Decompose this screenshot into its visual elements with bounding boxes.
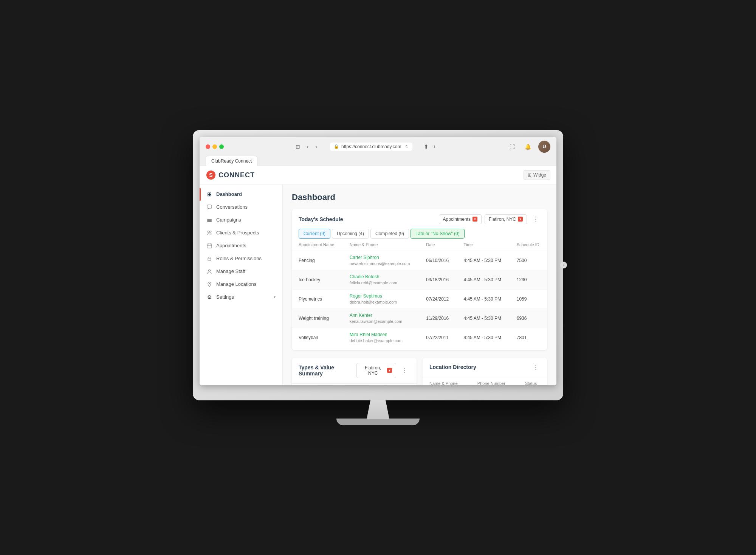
sidebar-item-roles[interactable]: Roles & Permissions [200, 252, 282, 265]
cell-schedule-id: 7801 [510, 328, 547, 347]
tab-current[interactable]: Current (9) [299, 229, 330, 239]
sidebar-item-conversations[interactable]: Conversations [200, 201, 282, 214]
active-tab[interactable]: ClubReady Connect [206, 156, 257, 166]
client-name-link[interactable]: Roger Septimus [350, 293, 413, 299]
location-directory-more-button[interactable]: ⋮ [530, 363, 541, 372]
header-right: ⊞ Widge [524, 170, 550, 180]
types-summary-card: Types & Value Summary Flatiron, NYC ▾ ⋮ [292, 358, 417, 385]
dashboard-icon: ⊞ [206, 191, 212, 197]
svg-rect-11 [208, 258, 211, 260]
new-tab-icon[interactable]: + [433, 143, 437, 150]
bottom-cards: Types & Value Summary Flatiron, NYC ▾ ⋮ [292, 358, 547, 385]
location-dropdown[interactable]: Flatiron, NYC ▾ [485, 214, 527, 224]
types-summary-title: Types & Value Summary [299, 364, 356, 377]
dir-col-phone: Phone Number [471, 377, 518, 385]
table-row: Volleyball Mira Rhiel Madsen debbie.bake… [292, 328, 547, 347]
settings-icon: ⚙ [206, 294, 212, 300]
cell-appointment: Ice hockey [292, 270, 343, 289]
sidebar-label-locations: Manage Locations [216, 281, 256, 287]
widget-icon: ⊞ [528, 172, 531, 178]
sidebar-item-appointments[interactable]: Appointments [200, 239, 282, 252]
browser-chrome: ⊡ ‹ › 🔒 https://connect.clubready.com ↻ … [200, 137, 556, 166]
sidebar-label-staff: Manage Staff [216, 268, 245, 274]
dir-col-status: Status [518, 377, 547, 385]
lock-icon: 🔒 [334, 144, 339, 149]
app-main: ⊞ Dashboard Conversations [200, 185, 556, 385]
schedule-card-header: Today's Schedule Appointments ▾ Flatiron… [292, 209, 547, 224]
sidebar-item-settings[interactable]: ⚙ Settings ▾ [200, 291, 282, 304]
table-header-row: Appointment Name Name & Phone Date Time … [292, 239, 547, 251]
client-email: debra.holt@example.com [350, 300, 397, 304]
main-content: Dashboard Today's Schedule Appointments … [283, 185, 556, 385]
staff-icon [206, 268, 212, 274]
svg-rect-5 [207, 221, 212, 222]
page-title: Dashboard [292, 192, 547, 202]
sidebar-item-locations[interactable]: Manage Locations [200, 278, 282, 291]
sidebar-item-dashboard[interactable]: ⊞ Dashboard [200, 188, 282, 201]
svg-rect-3 [207, 219, 212, 220]
chart-area: 12% Zone 1 [292, 384, 417, 385]
share-icon[interactable]: ⬆ [424, 143, 429, 150]
tab-late[interactable]: Late or "No-Show" (0) [411, 229, 465, 239]
svg-point-12 [209, 270, 211, 271]
tab-upcoming[interactable]: Upcoming (4) [332, 229, 369, 239]
maximize-button[interactable] [219, 144, 224, 149]
col-schedule-id: Schedule ID [510, 239, 547, 251]
types-location-dropdown[interactable]: Flatiron, NYC ▾ [356, 363, 396, 378]
types-summary-header: Types & Value Summary Flatiron, NYC ▾ ⋮ [292, 358, 417, 384]
fullscreen-icon[interactable]: ⛶ [507, 141, 518, 152]
cell-time: 4:45 AM - 5:30 PM [457, 251, 510, 270]
browser-back-btn[interactable]: ‹ [305, 143, 310, 150]
browser-controls: ⊡ ‹ › 🔒 https://connect.clubready.com ↻ … [294, 143, 437, 151]
appointments-dropdown-label: Appointments [443, 217, 471, 222]
monitor-shell: ⊡ ‹ › 🔒 https://connect.clubready.com ↻ … [193, 130, 563, 425]
sidebar-label-settings: Settings [216, 294, 234, 300]
roles-icon [206, 256, 212, 262]
appointments-icon [206, 243, 212, 249]
minimize-button[interactable] [212, 144, 217, 149]
sidebar-label-campaigns: Campaigns [216, 217, 241, 223]
sidebar-item-staff[interactable]: Manage Staff [200, 265, 282, 278]
client-email: debbie.baker@example.com [350, 338, 403, 343]
schedule-table-wrapper: Appointment Name Name & Phone Date Time … [292, 239, 547, 350]
svg-point-7 [210, 231, 211, 233]
client-name-link[interactable]: Ann Kenter [350, 313, 413, 318]
app-header: S CONNECT ⊞ Widge [200, 166, 556, 185]
browser-forward-btn[interactable]: › [314, 143, 319, 150]
cell-time: 4:45 AM - 5:30 PM [457, 289, 510, 309]
sidebar-item-campaigns[interactable]: Campaigns [200, 214, 282, 226]
sidebar-label-roles: Roles & Permissions [216, 256, 262, 261]
sidebar-label-clients: Clients & Prospects [216, 230, 259, 236]
address-bar[interactable]: 🔒 https://connect.clubready.com ↻ [330, 143, 412, 151]
clients-icon [206, 230, 212, 236]
col-date: Date [419, 239, 457, 251]
widget-button[interactable]: ⊞ Widge [524, 170, 550, 180]
appointments-dropdown[interactable]: Appointments ▾ [439, 214, 482, 224]
col-name-phone: Name & Phone [343, 239, 420, 251]
cell-schedule-id: 1059 [510, 289, 547, 309]
table-row: Weight training Ann Kenter kenzi.lawson@… [292, 309, 547, 328]
cell-time: 4:45 AM - 5:30 PM [457, 270, 510, 289]
browser-sidebar-btn[interactable]: ⊡ [294, 143, 302, 150]
client-email: nevaeh.simmons@example.com [350, 261, 410, 266]
locations-icon [206, 281, 212, 287]
types-location-arrow: ▾ [387, 368, 392, 373]
location-directory-table: Name & Phone Phone Number Status [423, 377, 547, 385]
logo-text: CONNECT [218, 171, 255, 179]
sidebar-item-clients[interactable]: Clients & Prospects [200, 226, 282, 239]
cell-client: Ann Kenter kenzi.lawson@example.com [343, 309, 420, 328]
user-avatar[interactable]: U [538, 141, 550, 153]
location-directory-header: Location Directory ⋮ [423, 358, 547, 377]
client-name-link[interactable]: Mira Rhiel Madsen [350, 332, 413, 337]
close-button[interactable] [206, 144, 210, 149]
schedule-more-button[interactable]: ⋮ [530, 215, 541, 223]
tab-completed[interactable]: Completed (9) [370, 229, 409, 239]
sidebar-label-appointments: Appointments [216, 243, 246, 248]
cell-date: 07/22/2011 [419, 328, 457, 347]
cell-appointment: Weight training [292, 309, 343, 328]
client-name-link[interactable]: Charlie Botosh [350, 274, 413, 279]
types-more-button[interactable]: ⋮ [399, 366, 410, 375]
notification-icon[interactable]: 🔔 [522, 141, 534, 152]
dir-col-name: Name & Phone [423, 377, 471, 385]
client-name-link[interactable]: Carter Siphron [350, 255, 413, 260]
